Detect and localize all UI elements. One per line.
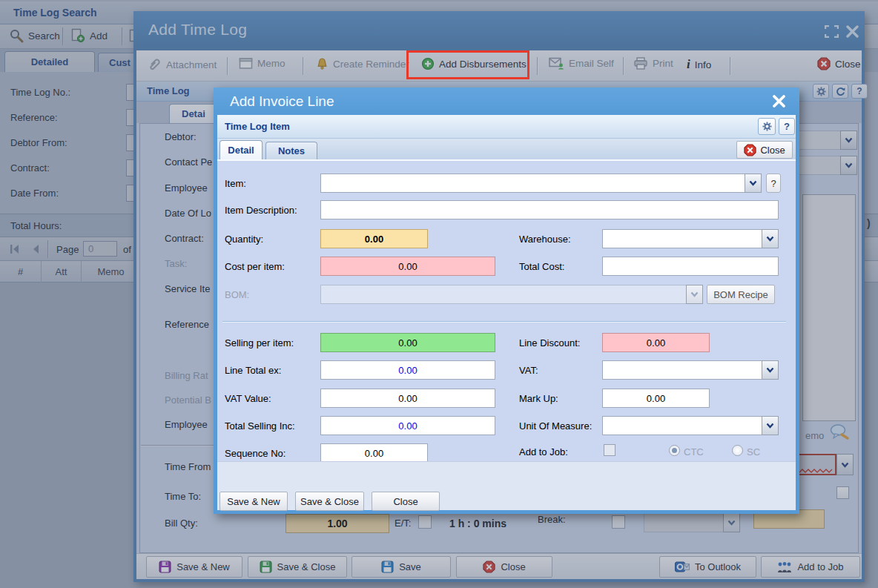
quantity-input[interactable]: 0.00 <box>320 229 428 248</box>
item-description-label: Item Description: <box>225 205 297 216</box>
invoice-close-button[interactable]: Close <box>372 492 440 511</box>
invoice-save-and-new-button[interactable]: Save & New <box>220 492 288 511</box>
ctc-radio-label: CTC <box>684 446 704 457</box>
tab-notes[interactable]: Notes <box>265 142 317 159</box>
sequence-no-input[interactable]: 0.00 <box>320 443 428 463</box>
settings-button-invoice[interactable] <box>758 118 776 135</box>
item-help-button[interactable]: ? <box>766 174 781 193</box>
total-selling-inc-input[interactable]: 0.00 <box>320 416 495 435</box>
item-description-input[interactable] <box>320 200 779 219</box>
vat-combo-field[interactable] <box>602 360 762 380</box>
invoice-save-and-new-label: Save & New <box>227 496 280 507</box>
cost-per-item-label: Cost per item: <box>225 261 285 272</box>
selling-per-item-input[interactable]: 0.00 <box>320 333 495 352</box>
selling-per-item-label: Selling per item: <box>225 337 294 348</box>
chevron-down-icon <box>766 367 774 373</box>
chevron-down-icon <box>690 291 699 297</box>
bom-recipe-label: BOM Recipe <box>713 289 768 300</box>
line-total-ex-label: Line Total ex: <box>225 365 281 376</box>
invoice-close-label: Close <box>393 496 417 507</box>
unit-of-measure-combo-arrow[interactable] <box>762 416 779 435</box>
sc-radio[interactable] <box>732 445 743 456</box>
vat-label: VAT: <box>519 365 538 376</box>
vat-combo-arrow[interactable] <box>762 360 779 380</box>
warehouse-combo-field[interactable] <box>602 229 762 248</box>
add-invoice-line-title: Add Invoice Line <box>230 93 334 110</box>
add-to-job-label: Add to Job: <box>519 446 568 457</box>
tab-detail[interactable]: Detail <box>220 140 263 159</box>
total-selling-inc-label: Total Selling Inc: <box>225 420 295 432</box>
screen: Time Log Search Search Add <box>0 0 878 588</box>
total-cost-label: Total Cost: <box>519 261 564 272</box>
mark-up-input[interactable]: 0.00 <box>602 389 710 408</box>
add-to-job-checkbox[interactable] <box>604 444 615 456</box>
tab-notes-label: Notes <box>278 145 305 156</box>
help-button-invoice[interactable]: ? <box>779 118 795 135</box>
chevron-down-icon <box>766 236 774 242</box>
close-panel-button[interactable]: Close <box>736 141 793 159</box>
invoice-tabstrip: Detail Notes Close <box>217 139 796 159</box>
highlight-box-add-disbursements <box>406 50 529 79</box>
sc-radio-label: SC <box>747 446 760 457</box>
invoice-save-and-close-button[interactable]: Save & Close <box>295 492 364 511</box>
bom-combo-field[interactable] <box>320 285 687 304</box>
quantity-label: Quantity: <box>225 234 263 245</box>
close-octagon-icon <box>744 144 756 156</box>
item-label: Item: <box>225 178 246 189</box>
bom-recipe-button[interactable]: BOM Recipe <box>707 285 775 304</box>
vat-value-label: VAT Value: <box>225 393 271 404</box>
gear-icon <box>762 122 772 131</box>
bom-combo-arrow[interactable] <box>686 285 703 304</box>
add-invoice-line-titlebar: Add Invoice Line <box>214 87 799 115</box>
mark-up-label: Mark Up: <box>519 393 558 404</box>
bom-label: BOM: <box>225 289 249 300</box>
vat-value-input[interactable]: 0.00 <box>320 389 495 408</box>
item-combo-arrow[interactable] <box>745 174 762 193</box>
chevron-down-icon <box>766 423 774 429</box>
cost-per-item-input[interactable]: 0.00 <box>320 257 495 276</box>
ctc-radio[interactable] <box>669 445 680 456</box>
section-divider <box>222 321 786 323</box>
total-cost-input[interactable] <box>602 257 779 276</box>
close-panel-label: Close <box>760 145 785 156</box>
chevron-down-icon <box>749 180 757 186</box>
time-log-item-title: Time Log Item <box>225 121 290 132</box>
add-invoice-line-dialog: Add Invoice Line Time Log Item ? Detail … <box>214 87 799 514</box>
invoice-save-and-close-label: Save & Close <box>300 496 359 507</box>
line-discount-label: Line Discount: <box>519 337 580 348</box>
close-dialog-icon[interactable] <box>772 94 786 108</box>
unit-of-measure-combo-field[interactable] <box>602 416 762 435</box>
tab-detail-label: Detail <box>228 145 254 156</box>
time-log-item-header: Time Log Item ? <box>217 115 796 139</box>
warehouse-label: Warehouse: <box>519 234 571 245</box>
item-combo-field[interactable] <box>320 174 745 193</box>
warehouse-combo-arrow[interactable] <box>762 229 779 248</box>
line-total-ex-input[interactable]: 0.00 <box>320 360 495 380</box>
line-discount-input[interactable]: 0.00 <box>602 333 710 352</box>
help-glyph: ? <box>784 121 790 132</box>
unit-of-measure-label: Unit Of Measure: <box>519 420 592 432</box>
sequence-no-label: Sequence No: <box>225 448 285 459</box>
